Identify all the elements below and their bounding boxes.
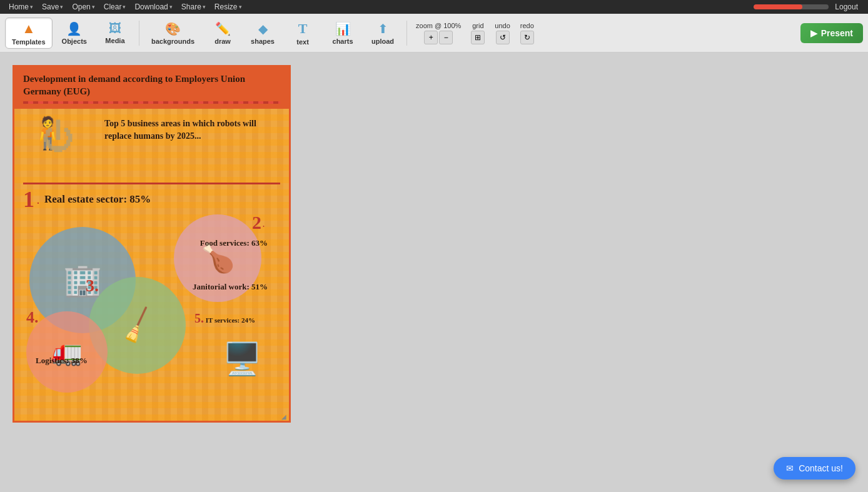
divider-2: [406, 21, 407, 46]
upload-button[interactable]: ⬆ upload: [364, 18, 401, 48]
charts-button[interactable]: 📊 charts: [324, 18, 361, 48]
canvas-area[interactable]: Development in demand according to Emplo…: [0, 53, 868, 492]
upload-label: upload: [371, 38, 394, 45]
media-icon: 🖼: [109, 21, 121, 36]
menu-share[interactable]: Share ▾: [178, 1, 209, 13]
zoom-controls: zoom @ 100% + −: [412, 21, 465, 46]
circles-area: 🏢 🍗 2 . Food services: 63% 🧹: [23, 208, 280, 389]
contact-label: Contact us!: [799, 463, 843, 473]
infographic-header: Development in demand according to Emplo…: [14, 67, 289, 109]
infographic[interactable]: Development in demand according to Emplo…: [13, 65, 291, 423]
objects-icon: 👤: [66, 21, 82, 36]
media-label: Media: [105, 37, 124, 44]
contact-button[interactable]: ✉ Contact us!: [774, 457, 855, 479]
open-arrow: ▾: [92, 4, 95, 10]
sector-5-text: IT services: 24%: [206, 316, 255, 324]
progress-bar-area: [754, 4, 829, 9]
sector-4-number: 4.: [26, 308, 39, 326]
sector-5-label: 5. IT services: 24%: [194, 311, 255, 326]
draw-icon: ✏️: [215, 21, 231, 36]
redo-buttons: ↻: [520, 31, 534, 44]
logout-button[interactable]: Logout: [830, 1, 863, 13]
sector-1-dot: .: [37, 196, 39, 206]
power-icon: ⏻: [42, 118, 74, 156]
media-button[interactable]: 🖼 Media: [96, 18, 134, 48]
shapes-button[interactable]: ◆ shapes: [244, 18, 281, 48]
redo-controls: redo ↻: [517, 21, 538, 46]
menu-open[interactable]: Open ▾: [68, 1, 98, 13]
sector-1-number: 1: [23, 188, 34, 211]
progress-fill: [754, 4, 802, 9]
text-icon: T: [298, 21, 308, 37]
text-label: text: [296, 38, 309, 46]
sector-4-text: Logistics: 38%: [36, 356, 88, 366]
menu-resize[interactable]: Resize ▾: [211, 1, 246, 13]
infographic-top-section: 🧍 ⏻ Top 5 business areas in which robots…: [23, 115, 280, 178]
infographic-content: Development in demand according to Emplo…: [14, 67, 289, 421]
infographic-body: 🧍 ⏻ Top 5 business areas in which robots…: [14, 109, 289, 396]
sector-3-number: 3.: [86, 276, 99, 295]
redo-label: redo: [520, 22, 534, 29]
upload-icon: ⬆: [378, 21, 388, 36]
undo-buttons: ↺: [496, 31, 510, 44]
grid-controls: grid ⊞: [467, 21, 488, 46]
draw-label: draw: [214, 38, 231, 45]
zoom-buttons: + −: [424, 31, 453, 44]
download-arrow: ▾: [169, 4, 173, 10]
share-arrow: ▾: [203, 4, 206, 10]
redo-button[interactable]: ↻: [520, 31, 534, 44]
draw-button[interactable]: ✏️ draw: [204, 18, 241, 48]
computer-icon: 🖥️: [223, 341, 261, 376]
menu-save[interactable]: Save ▾: [38, 1, 67, 13]
undo-label: undo: [495, 22, 510, 29]
menu-download[interactable]: Download ▾: [131, 1, 176, 13]
infographic-subtitle: Top 5 business areas in which robots wil…: [104, 115, 280, 142]
objects-button[interactable]: 👤 Objects: [55, 18, 94, 48]
toolbar: ▲ Templates 👤 Objects 🖼 Media 🎨 backgrou…: [0, 14, 868, 53]
play-icon: ▶: [810, 28, 817, 38]
sector-2-number: 2: [252, 213, 261, 232]
sector-1-text: Real estate sector: 85%: [44, 193, 151, 206]
sector-2-text: Food services: 63%: [200, 238, 268, 248]
home-arrow: ▾: [30, 4, 33, 10]
sector-4-label: 4.: [26, 308, 39, 327]
robot-figure: 🧍 ⏻: [23, 115, 98, 178]
divider-1: [139, 21, 139, 46]
templates-icon: ▲: [22, 21, 36, 37]
text-button[interactable]: T text: [284, 18, 321, 49]
undo-button[interactable]: ↺: [496, 31, 510, 44]
progress-bar: [754, 4, 829, 9]
divider-line: [23, 183, 280, 184]
resize-arrow: ▾: [239, 4, 242, 10]
save-arrow: ▾: [60, 4, 63, 10]
objects-label: Objects: [62, 38, 87, 45]
present-button[interactable]: ▶ Present: [800, 23, 863, 43]
infographic-title: Development in demand according to Emplo…: [23, 73, 280, 98]
zoom-in-button[interactable]: +: [424, 31, 438, 44]
sector-2-dot: .: [263, 220, 265, 229]
sector-3-text: Janitorial work: 51%: [193, 282, 268, 292]
templates-label: Templates: [12, 38, 46, 46]
menu-home[interactable]: Home ▾: [5, 1, 37, 13]
undo-controls: undo ↺: [491, 21, 513, 46]
backgrounds-button[interactable]: 🎨 backgrounds: [144, 18, 201, 48]
menu-clear[interactable]: Clear ▾: [100, 1, 130, 13]
sector-5-number: 5.: [194, 311, 204, 325]
logistics-circle: 🚛: [26, 311, 108, 393]
clear-arrow: ▾: [123, 4, 126, 10]
shapes-icon: ◆: [258, 21, 268, 36]
zoom-out-button[interactable]: −: [439, 31, 453, 44]
backgrounds-icon: 🎨: [165, 21, 181, 36]
computer-area: 🖥️: [223, 341, 261, 377]
sector-3-label: 3.: [86, 276, 99, 296]
grid-label: grid: [472, 22, 483, 29]
broom-icon: 🧹: [116, 304, 159, 347]
shapes-label: shapes: [251, 38, 275, 45]
sector-1-label: 1 . Real estate sector: 85%: [23, 188, 280, 211]
charts-icon: 📊: [335, 21, 351, 36]
charts-label: charts: [333, 38, 353, 45]
zoom-label: zoom @ 100%: [416, 22, 461, 29]
present-label: Present: [821, 28, 853, 38]
templates-button[interactable]: ▲ Templates: [5, 18, 53, 49]
grid-button[interactable]: ⊞: [471, 31, 485, 44]
